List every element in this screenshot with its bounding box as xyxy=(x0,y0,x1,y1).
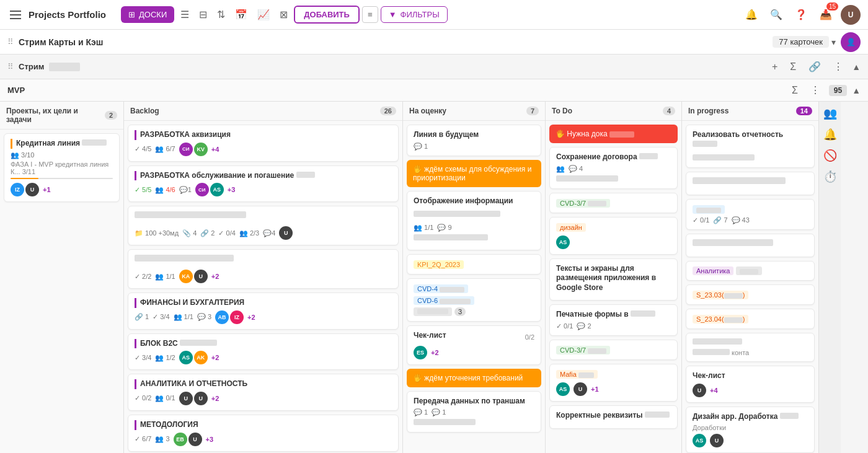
mvp-actions: Σ ⋮ 95 ▲ xyxy=(788,81,861,100)
help-icon[interactable]: ❓ xyxy=(791,5,811,24)
card-cvd37-1[interactable]: CVD-3/7 xyxy=(549,193,678,213)
stream-chevron[interactable]: ▲ xyxy=(852,62,861,72)
sort-button[interactable]: ⇅ xyxy=(213,5,229,24)
tag-cvd37: CVD-3/7 xyxy=(556,199,610,208)
user-avatar[interactable]: U xyxy=(841,5,861,25)
card-kpi[interactable]: KPI_2Q_2023 xyxy=(407,254,541,275)
avatar-iz: IZ xyxy=(11,183,24,196)
card-display-info[interactable]: Отображение информации 👥 1/1 💬 9 xyxy=(407,191,541,251)
card-razrab-obsl[interactable]: РАЗРАБОТКА обслуживание и погашение ✓ 5/… xyxy=(128,165,399,203)
more-button[interactable]: ⋮ xyxy=(830,57,847,76)
card-finance[interactable]: ФИНАНСЫ И БУХГАЛТЕРИЯ 🔗 1 ✓ 3/4 👥 1/1 💬 … xyxy=(128,292,399,330)
hamburger-menu[interactable] xyxy=(7,8,24,22)
grid-view-button[interactable]: ⊟ xyxy=(195,5,211,24)
sigma-button[interactable]: Σ xyxy=(786,58,800,76)
card-line-future[interactable]: Линия в будущем 💬 1 xyxy=(407,125,541,156)
card-print-forms[interactable]: Печатные формы в ✓ 0/1 💬 2 xyxy=(549,304,678,336)
sidebar-people-icon[interactable]: 👥 xyxy=(823,107,837,120)
avatar-as: AS xyxy=(556,382,570,396)
card-b2c[interactable]: БЛОК В2С ✓ 3/4 👥 1/2 AS AK +2 xyxy=(128,333,399,371)
alert-text: Нужна дока xyxy=(567,130,634,138)
card-cvd37-2[interactable]: CVD-3/7 xyxy=(549,340,678,360)
avatar-ak: AK xyxy=(194,351,208,364)
card-analytics-ip[interactable]: Аналитика xyxy=(686,261,815,281)
card-cvd[interactable]: CVD-4 CVD-6 3 xyxy=(407,278,541,322)
card-reports[interactable]: Реализовать отчетность xyxy=(686,125,815,168)
card-checklist-ip[interactable]: Чек-лист U +4 xyxy=(686,366,815,403)
card-correct-req[interactable]: Корректные реквизиты xyxy=(549,405,678,429)
card-analytics[interactable]: АНАЛИТИКА И ОТЧЕТНОСТЬ ✓ 0/2 👥 0/1 U U +… xyxy=(128,374,399,411)
tag-cvd37-2: CVD-3/7 xyxy=(556,346,610,354)
card-alert-doc[interactable]: 🖐️ Нужна дока xyxy=(549,125,678,143)
card-alert-req[interactable]: 🖐️ ждём уточнения требований xyxy=(407,369,541,387)
card-s2303[interactable]: S_23.03() xyxy=(686,284,815,305)
sidebar-clock-icon[interactable]: ⏱️ xyxy=(823,170,837,183)
avatar-iz: IZ xyxy=(230,310,244,324)
list-view-button[interactable]: ☰ xyxy=(177,5,193,24)
column-na-otsenku: На оценку 7 Линия в будущем 💬 1 🖐️ ждём … xyxy=(403,102,546,453)
mvp-sigma[interactable]: Σ xyxy=(788,81,802,100)
mvp-chevron[interactable]: ▲ xyxy=(852,86,861,95)
filter-button[interactable]: ▼ ФИЛЬТРЫ xyxy=(381,6,448,23)
card-save-contract[interactable]: Сохранение договора 👥 💬 4 xyxy=(549,147,678,189)
card-contact[interactable]: конта xyxy=(686,333,815,362)
column-projects: Проекты, их цели и задачи 2 Кредитная ли… xyxy=(0,102,124,453)
meta-check: ✓ 2/2 xyxy=(135,273,151,281)
card-meta: ✓ 0/2 👥 0/1 U U +2 xyxy=(135,392,392,405)
plus: +2 xyxy=(211,354,219,361)
card-blurred-ip-2[interactable] xyxy=(686,234,815,257)
card-checklist[interactable]: Чек-лист 0/2 ES +2 xyxy=(407,325,541,365)
card-methodology[interactable]: МЕТОДОЛОГИЯ ✓ 6/7 👥 3 EB U +3 xyxy=(128,415,399,452)
card-design-app[interactable]: Дизайн арр. Доработка Доработки AS U xyxy=(686,407,815,453)
stream-header-title: Стрим Карты и Кэш xyxy=(19,37,103,47)
meta-comment: 💬 3 xyxy=(197,313,211,321)
calendar-button[interactable]: 📅 xyxy=(231,5,251,24)
card-meta: 🔗 1 ✓ 3/4 👥 1/1 💬 3 AB IZ +2 xyxy=(135,310,392,324)
col-count-todo: 4 xyxy=(663,107,675,115)
card-s2304[interactable]: S_23.04() xyxy=(686,309,815,329)
notification-icon[interactable]: 🔔 xyxy=(742,5,761,24)
tag-analytics: Аналитика xyxy=(693,266,733,275)
card-credit-line[interactable]: Кредитная линия 👥 3/10 ФАЗА I - MVP кред… xyxy=(4,133,120,202)
col-body-in-progress: Реализовать отчетность ✓ 0/1 🔗 7 💬 43 xyxy=(682,121,818,453)
card-blurred-1[interactable]: 📁 100 +30мд 📎 4 🔗 2 ✓ 0/4 👥 2/3 💬4 U xyxy=(128,206,399,245)
tag-cvd6: CVD-6 xyxy=(414,296,474,305)
card-design[interactable]: дизайн AS xyxy=(549,217,678,255)
equals-button[interactable]: ≡ xyxy=(362,6,378,23)
avatar-u: U xyxy=(25,183,39,196)
block-button[interactable]: ⊠ xyxy=(276,5,291,24)
tag-cvd4: CVD-4 xyxy=(414,284,468,293)
card-alert-scheme[interactable]: 🖐️ ждём схемы для обсуждения и приоритиз… xyxy=(407,160,541,187)
card-blurred-ip-1[interactable] xyxy=(686,172,815,195)
chart-button[interactable]: 📈 xyxy=(254,5,273,24)
mvp-more[interactable]: ⋮ xyxy=(807,81,824,100)
col-header-backlog: Backlog 26 xyxy=(124,102,402,121)
card-transfer[interactable]: Передача данных по траншам 💬 1 💬 1 xyxy=(407,391,541,433)
meta-check: ✓ 0/2 xyxy=(135,394,151,402)
card-texts[interactable]: Тексты и экраны для размещения приложени… xyxy=(549,258,678,301)
col-header-projects: Проекты, их цели и задачи 2 xyxy=(0,102,123,130)
card-razrab-akv[interactable]: РАЗРАБОТКА аквизиция ✓ 4/5 👥 6/7 СИ KV +… xyxy=(128,125,399,162)
plus-count: +1 xyxy=(43,186,51,193)
card-title: Кредитная линия xyxy=(16,139,113,149)
card-blurred-2[interactable]: ✓ 2/2 👥 1/1 KA U +2 xyxy=(128,249,399,289)
card-title: Отображение информации xyxy=(414,196,534,206)
sidebar-bell-icon[interactable]: 🔔 xyxy=(823,128,837,141)
plus: +2 xyxy=(211,273,219,280)
card-mafia[interactable]: Mafia AS U +1 xyxy=(549,364,678,402)
card-title: ФИНАНСЫ И БУХГАЛТЕРИЯ xyxy=(140,298,392,308)
add-stream-button[interactable]: + xyxy=(768,58,781,76)
search-icon[interactable]: 🔍 xyxy=(766,5,786,24)
avatar-es: ES xyxy=(414,346,427,359)
card-count-badge: 77 карточек xyxy=(773,36,829,48)
card-ip-blue[interactable]: ✓ 0/1 🔗 7 💬 43 xyxy=(686,199,815,230)
plus: +3 xyxy=(228,186,236,193)
col-body-backlog: РАЗРАБОТКА аквизиция ✓ 4/5 👥 6/7 СИ KV +… xyxy=(124,121,402,453)
sidebar-ban-icon[interactable]: 🚫 xyxy=(823,149,837,162)
add-button[interactable]: ДОБАВИТЬ xyxy=(294,6,360,24)
card-contact-text: конта xyxy=(693,349,808,356)
boards-button[interactable]: ⊞ ДОСКИ xyxy=(121,6,174,23)
link-button[interactable]: 🔗 xyxy=(805,57,825,76)
card-meta: ✓ 5/5 👥 4/6 💬1 СИ AS +3 xyxy=(135,183,392,196)
card-count-chevron[interactable]: ▾ xyxy=(831,37,836,47)
